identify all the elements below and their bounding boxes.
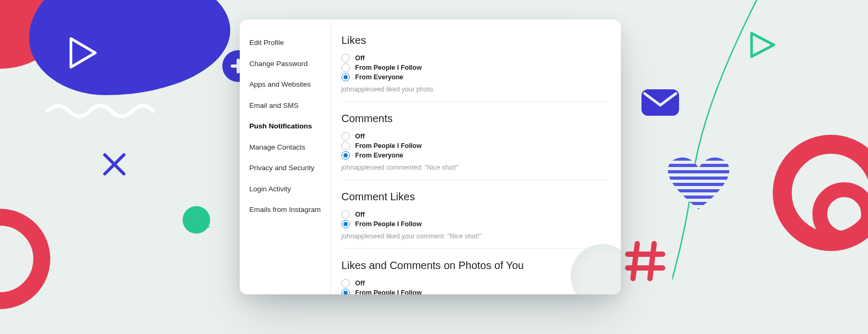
- radio-icon: [341, 132, 350, 141]
- radio-label: From People I Follow: [355, 220, 422, 228]
- radio-icon: [341, 279, 350, 287]
- radio-label: Off: [355, 54, 365, 62]
- settings-sidebar: Edit ProfileChange PasswordApps and Webs…: [240, 20, 331, 294]
- sidebar-item-manage-contacts[interactable]: Manage Contacts: [249, 137, 330, 158]
- radio-icon: [341, 63, 350, 72]
- play-outline-icon: [64, 34, 101, 71]
- radio-option[interactable]: From People I Follow: [341, 289, 607, 294]
- section-comments: CommentsOffFrom People I FollowFrom Ever…: [341, 113, 607, 180]
- radio-label: From Everyone: [355, 152, 403, 159]
- radio-option[interactable]: Off: [341, 54, 607, 62]
- squiggle-line-icon: [45, 100, 167, 122]
- example-text: johnappleseed liked your photo.: [341, 86, 607, 93]
- radio-icon: [341, 142, 350, 150]
- radio-option[interactable]: From People I Follow: [341, 63, 607, 72]
- radio-label: From People I Follow: [355, 289, 422, 294]
- radio-label: Off: [355, 211, 365, 218]
- sidebar-item-apps-and-websites[interactable]: Apps and Websites: [249, 74, 330, 95]
- section-title: Likes: [341, 34, 607, 47]
- radio-label: From Everyone: [355, 73, 403, 81]
- radio-label: Off: [355, 133, 365, 140]
- radio-option[interactable]: Off: [341, 210, 607, 219]
- radio-icon: [341, 54, 350, 62]
- sidebar-item-login-activity[interactable]: Login Activity: [249, 179, 330, 200]
- red-ring-shape-right: [773, 135, 868, 251]
- example-text: johnappleseed commented: "Nice shot!": [341, 164, 607, 171]
- sidebar-item-emails-from-instagram[interactable]: Emails from Instagram: [249, 199, 330, 220]
- radio-icon: [341, 289, 350, 294]
- radio-icon: [341, 220, 350, 228]
- dot-grid-pattern: [0, 159, 96, 244]
- settings-panel: Edit ProfileChange PasswordApps and Webs…: [240, 20, 621, 294]
- purple-blob-shape: [29, 0, 230, 95]
- svg-line-7: [633, 244, 637, 279]
- section-title: Comments: [341, 113, 607, 125]
- radio-option[interactable]: From People I Follow: [341, 220, 607, 228]
- example-text: johnappleseed liked your comment: "Nice …: [341, 233, 607, 240]
- section-title: Comment Likes: [341, 191, 607, 203]
- radio-option[interactable]: From Everyone: [341, 151, 607, 160]
- red-blob-shape: [0, 0, 74, 69]
- svg-rect-4: [641, 89, 679, 116]
- svg-marker-3: [752, 33, 774, 57]
- sidebar-item-push-notifications[interactable]: Push Notifications: [249, 116, 330, 137]
- radio-option[interactable]: From People I Follow: [341, 142, 607, 150]
- section-likes: LikesOffFrom People I FollowFrom Everyon…: [341, 34, 607, 102]
- svg-line-1: [105, 155, 124, 174]
- striped-heart-icon: [667, 157, 730, 212]
- svg-line-8: [650, 244, 654, 279]
- radio-icon: [341, 210, 350, 219]
- radio-option[interactable]: Off: [341, 279, 607, 287]
- settings-main: LikesOffFrom People I FollowFrom Everyon…: [331, 20, 621, 294]
- radio-label: From People I Follow: [355, 64, 422, 71]
- svg-line-2: [105, 155, 124, 174]
- red-ring-inner-shape: [812, 182, 868, 246]
- radio-label: From People I Follow: [355, 142, 422, 150]
- x-icon: [101, 151, 128, 178]
- svg-marker-0: [71, 39, 95, 67]
- speech-bubble-icon: [183, 206, 210, 234]
- section-title: Likes and Comments on Photos of You: [341, 259, 607, 272]
- red-ring-shape: [0, 209, 50, 309]
- sidebar-item-privacy-and-security[interactable]: Privacy and Security: [249, 157, 330, 179]
- section-comment-likes: Comment LikesOffFrom People I Followjohn…: [341, 191, 607, 249]
- radio-option[interactable]: Off: [341, 132, 607, 141]
- sidebar-item-edit-profile[interactable]: Edit Profile: [249, 32, 330, 53]
- sidebar-item-email-and-sms[interactable]: Email and SMS: [249, 95, 330, 116]
- sidebar-item-change-password[interactable]: Change Password: [249, 53, 330, 75]
- play-triangle-icon: [746, 29, 778, 61]
- hashtag-icon: [625, 240, 666, 282]
- radio-icon: [341, 151, 350, 160]
- mail-icon: [640, 87, 680, 118]
- radio-label: Off: [355, 280, 365, 287]
- green-curve-line: [672, 0, 810, 334]
- radio-icon: [341, 73, 350, 81]
- section-likes-and-comments-on-photos-of-you: Likes and Comments on Photos of YouOffFr…: [341, 259, 607, 294]
- radio-option[interactable]: From Everyone: [341, 73, 607, 81]
